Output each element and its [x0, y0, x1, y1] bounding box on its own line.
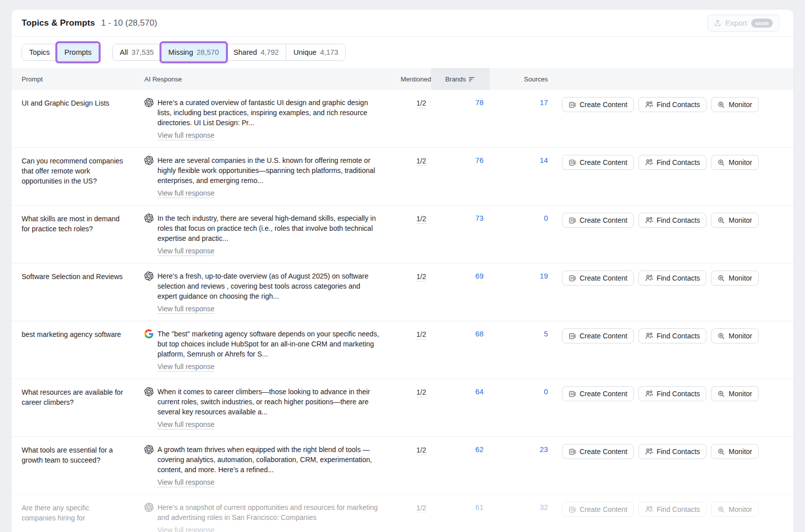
tab-missing-label: Missing [169, 48, 193, 56]
mentioned-cell: 1/2 [388, 148, 431, 165]
view-toggle: Topics Prompts [22, 44, 99, 61]
sources-count-link[interactable]: 14 [540, 156, 548, 164]
sources-count-link[interactable]: 19 [540, 272, 548, 280]
create-content-button[interactable]: Create Content [562, 271, 634, 286]
view-full-response-link[interactable]: View full response [157, 420, 214, 429]
sources-count-link[interactable]: 23 [540, 446, 548, 454]
create-content-button[interactable]: Create Content [562, 328, 634, 343]
monitor-button[interactable]: Monitor [711, 271, 759, 286]
ai-response-snippet: In the tech industry, there are several … [157, 213, 380, 243]
ai-response-snippet: Here’s a curated overview of fantastic U… [157, 98, 380, 128]
mentioned-value[interactable]: 1/2 [417, 157, 426, 166]
table-header: Prompt AI Response Mentioned Brands Sour… [12, 68, 793, 90]
column-header-prompt: Prompt [22, 68, 144, 90]
create-content-icon [569, 448, 576, 456]
tab-unique[interactable]: Unique 4,173 [286, 44, 345, 60]
ai-response-cell: Here are several companies in the U.S. k… [144, 148, 388, 205]
brands-count-link[interactable]: 73 [475, 214, 484, 222]
table-body: UI and Graphic Design Lists Here’s a cur… [12, 90, 793, 532]
sources-count-link[interactable]: 5 [544, 330, 548, 338]
create-content-button[interactable]: Create Content [562, 97, 634, 112]
find-contacts-button[interactable]: Find Contacts [638, 328, 706, 343]
tab-prompts-label: Prompts [64, 48, 92, 56]
column-header-mentioned[interactable]: Mentioned [388, 68, 431, 90]
view-full-response-link[interactable]: View full response [157, 131, 214, 140]
column-header-sources[interactable]: Sources [490, 68, 548, 90]
tab-missing[interactable]: Missing 28,570 [161, 44, 226, 60]
monitor-button[interactable]: Monitor [711, 328, 759, 343]
brands-count-link[interactable]: 68 [475, 330, 484, 338]
brands-cell: 78 [431, 90, 490, 107]
monitor-button[interactable]: Monitor [711, 97, 759, 112]
find-contacts-button[interactable]: Find Contacts [638, 386, 706, 401]
tab-shared-count: 4,792 [261, 48, 279, 56]
mentioned-value[interactable]: 1/2 [417, 388, 426, 397]
view-full-response-link[interactable]: View full response [157, 363, 214, 372]
ai-response-snippet: Here are several companies in the U.S. k… [157, 155, 380, 186]
sources-count-link[interactable]: 0 [544, 214, 548, 222]
tab-all[interactable]: All 37,535 [113, 44, 160, 60]
brands-count-link[interactable]: 61 [475, 503, 484, 511]
sources-count-link[interactable]: 0 [544, 388, 548, 396]
find-contacts-icon [645, 505, 653, 513]
mentioned-value[interactable]: 1/2 [417, 446, 426, 455]
sources-count-link[interactable]: 17 [540, 99, 548, 107]
tab-topics[interactable]: Topics [22, 44, 57, 60]
sources-cell: 23 [490, 437, 548, 454]
find-contacts-button[interactable]: Find Contacts [638, 502, 706, 517]
view-full-response-link[interactable]: View full response [157, 247, 214, 256]
view-full-response-link[interactable]: View full response [157, 526, 214, 532]
view-full-response-link[interactable]: View full response [157, 478, 214, 487]
find-contacts-button[interactable]: Find Contacts [638, 213, 706, 228]
find-contacts-icon [645, 332, 653, 340]
sources-count-link[interactable]: 32 [540, 503, 548, 511]
create-content-button[interactable]: Create Content [562, 155, 634, 170]
create-content-icon [569, 275, 576, 282]
tab-prompts[interactable]: Prompts [57, 44, 99, 60]
tab-all-label: All [120, 48, 128, 56]
create-content-button[interactable]: Create Content [562, 444, 634, 459]
mentioned-value[interactable]: 1/2 [417, 215, 426, 224]
column-header-brands[interactable]: Brands [431, 68, 490, 90]
row-actions: Create Content Find Contacts Monitor [548, 437, 781, 459]
mentioned-value[interactable]: 1/2 [417, 99, 426, 108]
brands-count-link[interactable]: 69 [475, 272, 484, 280]
monitor-button[interactable]: Monitor [711, 155, 759, 170]
create-content-button[interactable]: Create Content [562, 213, 634, 228]
monitor-icon [717, 448, 725, 456]
monitor-icon [717, 275, 725, 282]
find-contacts-button[interactable]: Find Contacts [638, 444, 706, 459]
find-contacts-button[interactable]: Find Contacts [638, 271, 706, 286]
ai-response-cell: Here’s a curated overview of fantastic U… [144, 90, 388, 147]
mentioned-value[interactable]: 1/2 [417, 273, 426, 282]
mentioned-cell: 1/2 [388, 379, 431, 397]
view-full-response-link[interactable]: View full response [157, 305, 214, 314]
view-full-response-link[interactable]: View full response [157, 189, 214, 198]
find-contacts-button[interactable]: Find Contacts [638, 155, 706, 170]
brands-count-link[interactable]: 76 [475, 156, 484, 164]
export-button[interactable]: Export soon [707, 15, 779, 32]
row-actions: Create Content Find Contacts Monitor [548, 379, 781, 401]
tab-shared[interactable]: Shared 4,792 [226, 44, 286, 60]
mentioned-cell: 1/2 [388, 90, 431, 108]
brands-count-link[interactable]: 78 [475, 99, 484, 107]
monitor-button[interactable]: Monitor [711, 502, 759, 517]
create-content-button[interactable]: Create Content [562, 386, 634, 401]
table-row: Are there any specific companies hiring … [12, 494, 793, 532]
monitor-button[interactable]: Monitor [711, 213, 759, 228]
monitor-button[interactable]: Monitor [711, 386, 759, 401]
brands-cell: 64 [431, 379, 490, 396]
sources-cell: 0 [490, 206, 548, 222]
monitor-button[interactable]: Monitor [711, 444, 759, 459]
prompt-text: What resources are available for career … [22, 379, 144, 415]
openai-icon [144, 98, 153, 107]
find-contacts-button[interactable]: Find Contacts [638, 97, 706, 112]
brands-count-link[interactable]: 62 [475, 446, 484, 454]
brands-count-link[interactable]: 64 [475, 388, 484, 396]
monitor-icon [717, 332, 725, 340]
mentioned-value[interactable]: 1/2 [417, 504, 426, 513]
tab-missing-count: 28,570 [197, 48, 219, 56]
create-content-button[interactable]: Create Content [562, 502, 634, 517]
table-row: What skills are most in demand for pract… [12, 205, 793, 263]
mentioned-value[interactable]: 1/2 [417, 330, 426, 339]
